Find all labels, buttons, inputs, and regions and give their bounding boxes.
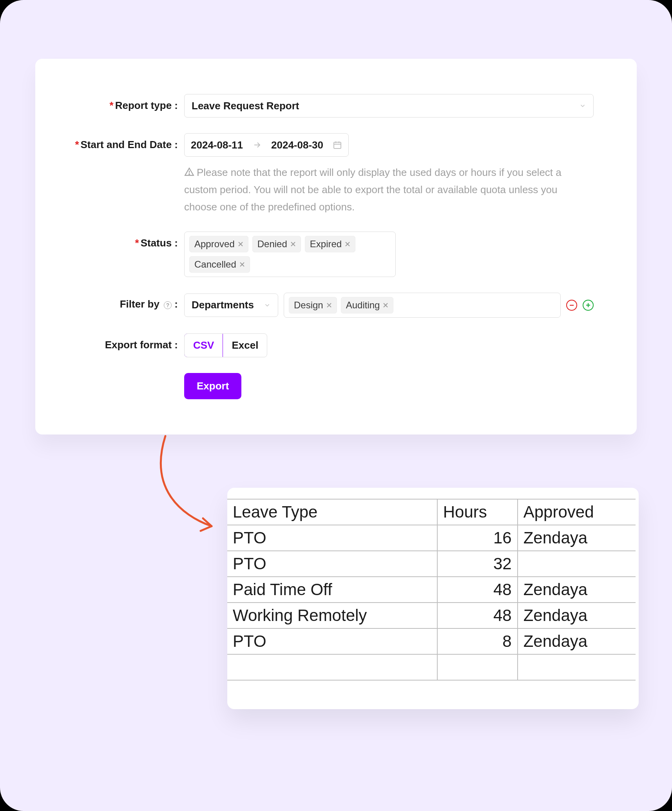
table-cell: 48 bbox=[437, 577, 518, 603]
close-icon[interactable] bbox=[239, 262, 245, 267]
chevron-down-icon bbox=[264, 302, 271, 309]
filter-type-value: Departments bbox=[192, 299, 254, 311]
status-tag[interactable]: Approved bbox=[189, 236, 248, 252]
chevron-down-icon bbox=[579, 102, 586, 109]
svg-rect-1 bbox=[334, 142, 341, 148]
date-range-picker[interactable]: 2024-08-11 2024-08-30 bbox=[184, 133, 349, 157]
table-header: Leave Type bbox=[227, 499, 437, 525]
label-dates: *Start and End Date : bbox=[55, 133, 184, 151]
label-status: *Status : bbox=[55, 232, 184, 249]
report-form-card: *Report type : Leave Request Report *Sta… bbox=[35, 59, 637, 434]
row-status: *Status : ApprovedDeniedExpiredCancelled bbox=[55, 232, 594, 277]
table-cell: Working Remotely bbox=[227, 603, 437, 628]
table-cell: PTO bbox=[227, 628, 437, 654]
table-cell: Zendaya bbox=[518, 577, 636, 603]
close-icon[interactable] bbox=[326, 302, 332, 308]
table-header: Hours bbox=[437, 499, 518, 525]
table-cell: PTO bbox=[227, 551, 437, 577]
tag-label: Denied bbox=[257, 239, 287, 250]
required-mark: * bbox=[135, 237, 139, 249]
table-cell: Zendaya bbox=[518, 525, 636, 551]
status-multiselect[interactable]: ApprovedDeniedExpiredCancelled bbox=[184, 232, 396, 277]
filter-type-select[interactable]: Departments bbox=[184, 293, 278, 317]
table-cell bbox=[227, 654, 437, 680]
status-tag[interactable]: Denied bbox=[252, 236, 301, 252]
table-header: Approved bbox=[518, 499, 636, 525]
table-cell: 8 bbox=[437, 628, 518, 654]
filter-tag[interactable]: Design bbox=[289, 297, 337, 313]
table-row: Working Remotely48Zendaya bbox=[227, 603, 636, 628]
row-dates: *Start and End Date : 2024-08-11 2024-08… bbox=[55, 133, 594, 216]
help-icon[interactable]: ? bbox=[164, 301, 172, 309]
tag-label: Cancelled bbox=[194, 259, 236, 270]
table-cell bbox=[518, 551, 636, 577]
status-tag[interactable]: Expired bbox=[305, 236, 355, 252]
tag-label: Approved bbox=[194, 239, 235, 250]
label-filter: Filter by ? : bbox=[55, 293, 184, 310]
close-icon[interactable] bbox=[345, 241, 350, 247]
row-report-type: *Report type : Leave Request Report bbox=[55, 94, 594, 118]
flow-arrow-icon bbox=[157, 433, 219, 535]
export-preview-card: Leave TypeHoursApprovedPTO16ZendayaPTO32… bbox=[227, 488, 639, 709]
report-type-select[interactable]: Leave Request Report bbox=[184, 94, 594, 118]
table-cell: 32 bbox=[437, 551, 518, 577]
filter-values-multiselect[interactable]: DesignAuditing bbox=[284, 293, 561, 318]
page-container: *Report type : Leave Request Report *Sta… bbox=[0, 0, 672, 811]
required-mark: * bbox=[75, 139, 79, 150]
table-row bbox=[227, 654, 636, 680]
calendar-icon bbox=[333, 140, 342, 150]
tag-label: Design bbox=[294, 300, 323, 311]
table-row: PTO16Zendaya bbox=[227, 525, 636, 551]
table-cell: 16 bbox=[437, 525, 518, 551]
arrow-right-icon bbox=[252, 140, 262, 150]
add-filter-button[interactable]: + bbox=[583, 300, 594, 311]
row-filter: Filter by ? : Departments DesignAuditing… bbox=[55, 293, 594, 318]
table-cell: Zendaya bbox=[518, 628, 636, 654]
table-row: Paid Time Off48Zendaya bbox=[227, 577, 636, 603]
remove-filter-button[interactable]: − bbox=[566, 300, 577, 311]
svg-point-6 bbox=[189, 174, 190, 175]
warning-icon bbox=[184, 167, 194, 177]
table-cell: Zendaya bbox=[518, 603, 636, 628]
table-row: PTO8Zendaya bbox=[227, 628, 636, 654]
tag-label: Expired bbox=[310, 239, 342, 250]
label-report-type: *Report type : bbox=[55, 94, 184, 112]
export-format-radio-group: CSVExcel bbox=[184, 333, 267, 357]
tag-label: Auditing bbox=[346, 300, 380, 311]
end-date-value: 2024-08-30 bbox=[271, 139, 323, 151]
close-icon[interactable] bbox=[290, 241, 296, 247]
date-warning-text: Please note that the report will only di… bbox=[184, 164, 580, 216]
table-cell: PTO bbox=[227, 525, 437, 551]
status-tag[interactable]: Cancelled bbox=[189, 256, 250, 273]
export-button[interactable]: Export bbox=[184, 373, 241, 399]
export-preview-table: Leave TypeHoursApprovedPTO16ZendayaPTO32… bbox=[227, 499, 636, 681]
table-cell bbox=[437, 654, 518, 680]
label-export-format: Export format : bbox=[55, 333, 184, 351]
export-format-option[interactable]: Excel bbox=[223, 334, 267, 357]
close-icon[interactable] bbox=[383, 302, 388, 308]
export-format-option[interactable]: CSV bbox=[184, 333, 223, 357]
row-submit: Export bbox=[55, 373, 594, 399]
table-cell bbox=[518, 654, 636, 680]
table-cell: 48 bbox=[437, 603, 518, 628]
required-mark: * bbox=[110, 100, 114, 111]
start-date-value: 2024-08-11 bbox=[191, 139, 243, 151]
report-type-value: Leave Request Report bbox=[192, 100, 299, 112]
close-icon[interactable] bbox=[238, 241, 243, 247]
table-cell: Paid Time Off bbox=[227, 577, 437, 603]
table-row: PTO32 bbox=[227, 551, 636, 577]
row-export-format: Export format : CSVExcel bbox=[55, 333, 594, 357]
filter-tag[interactable]: Auditing bbox=[341, 297, 394, 313]
